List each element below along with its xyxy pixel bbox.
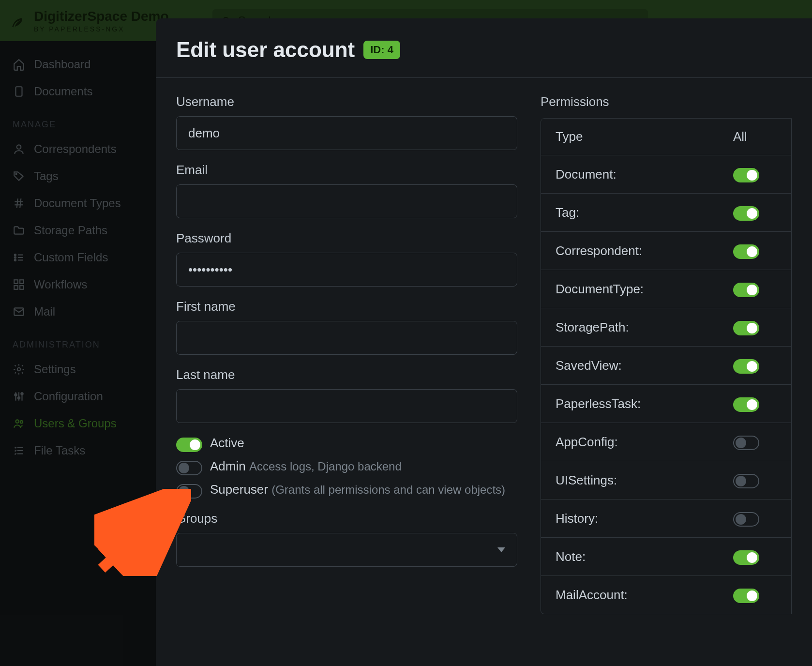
perm-all-toggle[interactable]	[733, 436, 759, 450]
permissions-table: Type All Document:Tag:Correspondent:Docu…	[541, 118, 792, 614]
admin-toggle-label: Admin Access logs, Django backend	[210, 459, 402, 474]
lastname-label: Last name	[176, 367, 517, 382]
perm-type-label: Note:	[556, 549, 733, 564]
perm-type-label: Tag:	[556, 205, 733, 220]
perm-type-label: Correspondent:	[556, 243, 733, 258]
firstname-label: First name	[176, 299, 517, 314]
perm-type-label: Document:	[556, 167, 733, 182]
perm-row: History:	[541, 500, 791, 538]
active-toggle-label: Active	[210, 436, 244, 451]
email-input[interactable]	[176, 184, 517, 218]
perm-row: Note:	[541, 538, 791, 576]
superuser-toggle-label: Superuser (Grants all permissions and ca…	[210, 482, 505, 497]
perm-type-label: StoragePath:	[556, 320, 733, 335]
admin-toggle[interactable]	[176, 461, 202, 475]
perm-row: SavedView:	[541, 347, 791, 385]
chevron-down-icon	[497, 547, 505, 552]
perm-header-all: All	[733, 129, 777, 144]
perm-row: Tag:	[541, 194, 791, 232]
password-label: Password	[176, 231, 517, 246]
username-label: Username	[176, 94, 517, 109]
perm-type-label: SavedView:	[556, 358, 733, 373]
perm-type-label: MailAccount:	[556, 588, 733, 603]
perm-all-toggle[interactable]	[733, 359, 759, 374]
perm-all-toggle[interactable]	[733, 283, 759, 297]
firstname-input[interactable]	[176, 321, 517, 355]
perm-all-toggle[interactable]	[733, 589, 759, 603]
form-column: Username Email Password First name Last …	[176, 94, 517, 614]
perm-all-toggle[interactable]	[733, 168, 759, 182]
permissions-column: Permissions Type All Document:Tag:Corres…	[541, 94, 792, 614]
perm-all-toggle[interactable]	[733, 397, 759, 412]
perm-type-label: History:	[556, 511, 733, 526]
email-label: Email	[176, 163, 517, 178]
modal-title: Edit user account	[176, 38, 355, 62]
perm-row: MailAccount:	[541, 576, 791, 614]
perm-all-toggle[interactable]	[733, 321, 759, 335]
superuser-toggle[interactable]	[176, 484, 202, 499]
username-input[interactable]	[176, 116, 517, 150]
perm-row: Document:	[541, 155, 791, 194]
permissions-header: Type All	[541, 119, 791, 155]
groups-select[interactable]	[176, 533, 517, 567]
perm-row: AppConfig:	[541, 423, 791, 461]
edit-user-modal: Edit user account ID: 4 Username Email P…	[156, 18, 812, 666]
modal-header: Edit user account ID: 4	[156, 18, 812, 78]
lastname-input[interactable]	[176, 389, 517, 423]
perm-all-toggle[interactable]	[733, 512, 759, 527]
perm-row: PaperlessTask:	[541, 385, 791, 423]
perm-row: DocumentType:	[541, 270, 791, 308]
id-badge: ID: 4	[363, 41, 400, 59]
perm-all-toggle[interactable]	[733, 474, 759, 488]
groups-label: Groups	[176, 511, 517, 526]
perm-type-label: AppConfig:	[556, 435, 733, 450]
perm-type-label: PaperlessTask:	[556, 396, 733, 411]
perm-row: UISettings:	[541, 461, 791, 500]
active-toggle[interactable]	[176, 438, 202, 452]
perm-type-label: DocumentType:	[556, 282, 733, 297]
perm-type-label: UISettings:	[556, 473, 733, 488]
perm-all-toggle[interactable]	[733, 550, 759, 565]
perm-row: StoragePath:	[541, 308, 791, 347]
password-input[interactable]	[176, 253, 517, 287]
perm-all-toggle[interactable]	[733, 206, 759, 221]
perm-row: Correspondent:	[541, 232, 791, 270]
perm-all-toggle[interactable]	[733, 244, 759, 259]
perm-header-type: Type	[556, 129, 733, 144]
permissions-title: Permissions	[541, 94, 792, 109]
